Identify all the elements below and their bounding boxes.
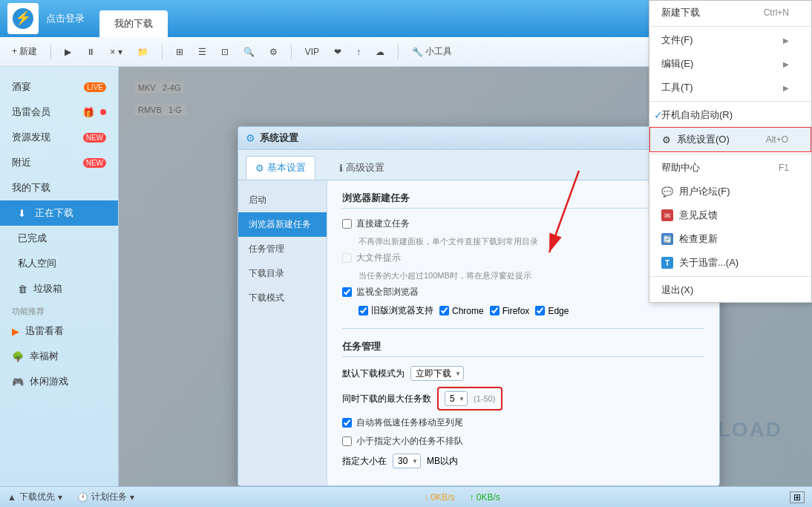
context-menu: 新建下载 Ctrl+N 文件(F) ▶ 编辑(E) ▶ 工具(T) ▶ ✓ 开机…	[649, 0, 812, 303]
size-select[interactable]: 30	[393, 454, 421, 468]
view-grid-button[interactable]: ⊞	[171, 45, 188, 59]
menu-item-tools[interactable]: 工具(T) ▶	[649, 76, 811, 99]
view-detail-button[interactable]: ⊡	[217, 45, 233, 59]
help-shortcut: F1	[779, 163, 789, 173]
sidebar-item-games[interactable]: 🎮 休闲游戏	[0, 369, 118, 394]
scheduled-task-item[interactable]: 🕐 计划任务 ▾	[77, 491, 134, 503]
monitor-all-checkbox[interactable]	[342, 287, 352, 297]
advanced-tab-icon: ℹ	[339, 163, 343, 174]
sidebar-item-downloading[interactable]: ⬇ 正在下载	[0, 200, 118, 226]
jiuze-label: 酒宴	[12, 80, 31, 94]
new-download-button[interactable]: + 新建	[7, 43, 42, 60]
tools-icon: 🔧	[412, 47, 423, 57]
firefox-checkbox[interactable]	[490, 306, 500, 315]
menu-item-forum[interactable]: 💬 用户论坛(F)	[649, 180, 811, 203]
browser-options-row: 旧版浏览器支持 Chrome Firefox	[358, 304, 704, 317]
large-file-checkbox[interactable]	[342, 253, 352, 263]
firefox-check[interactable]: Firefox	[490, 306, 530, 316]
edge-check[interactable]: Edge	[535, 306, 569, 316]
menu-item-settings[interactable]: ⚙ 系统设置(O) Alt+O	[649, 127, 811, 152]
heart-button[interactable]: ❤	[330, 45, 346, 59]
menu-item-help[interactable]: 帮助中心 F1	[649, 156, 811, 180]
delete-button[interactable]: × ▾	[105, 45, 126, 59]
cloud-button[interactable]: ☁	[371, 45, 389, 59]
speed-indicators: ↓ 0KB/s ↑ 0KB/s	[424, 492, 500, 503]
menu-item-exit[interactable]: 退出(X)	[649, 278, 811, 302]
trash-icon: 🗑	[18, 284, 27, 295]
sidebar-item-vip[interactable]: 迅雷会员 🎁	[0, 99, 118, 125]
menu-item-file[interactable]: 文件(F) ▶	[649, 28, 811, 52]
default-mode-select-wrapper: 立即下载	[410, 366, 464, 381]
view-list-button[interactable]: ☰	[194, 45, 211, 59]
toolbar-sep-2	[162, 45, 163, 59]
dialog-tab-bar: ⚙ 基本设置 ℹ 高级设置	[238, 150, 719, 180]
max-tasks-select[interactable]: 5	[445, 391, 468, 406]
search-button[interactable]: 🔍	[239, 45, 259, 59]
dialog-settings-icon: ⚙	[246, 132, 255, 144]
monitor-all-checkbox-label[interactable]: 监视全部浏览器	[342, 286, 419, 298]
tools-arrow: ▶	[783, 84, 789, 92]
down-speed-value: ↓ 0KB/s	[424, 492, 454, 503]
nearby-new-badge: NEW	[83, 158, 106, 168]
auto-move-checkbox[interactable]	[342, 418, 352, 428]
play-button[interactable]: ▶	[60, 45, 76, 59]
menu-item-autostart[interactable]: ✓ 开机自动启动(R)	[649, 103, 811, 127]
autostart-label: 开机自动启动(R)	[661, 108, 733, 122]
old-browser-check[interactable]: 旧版浏览器支持	[358, 304, 433, 317]
old-browser-checkbox[interactable]	[358, 306, 368, 315]
menu-item-update[interactable]: 🔄 检查更新	[649, 227, 811, 251]
edge-label: Edge	[548, 306, 569, 316]
chrome-checkbox[interactable]	[439, 306, 449, 315]
dialog-sidebar-browser[interactable]: 浏览器新建任务	[238, 212, 327, 237]
dialog-tab-basic[interactable]: ⚙ 基本设置	[246, 156, 315, 180]
sidebar-item-completed[interactable]: 已完成	[0, 226, 118, 251]
mydownload-label: 我的下载	[12, 181, 50, 194]
dialog-tab-advanced[interactable]: ℹ 高级设置	[330, 156, 393, 180]
main-tab[interactable]: 我的下载	[99, 10, 168, 37]
settings-dialog: ⚙ 系统设置 ─ × ⚙ 基本设置 ℹ 高级设置	[238, 126, 720, 486]
folder-button[interactable]: 📁	[133, 45, 153, 59]
sidebar-item-jiuze[interactable]: 酒宴 LIVE	[0, 74, 118, 99]
menu-item-edit[interactable]: 编辑(E) ▶	[649, 52, 811, 76]
direct-task-checkbox[interactable]	[342, 219, 352, 229]
menu-item-about[interactable]: T 关于迅雷...(A)	[649, 251, 811, 275]
exclude-small-label[interactable]: 小于指定大小的任务不排队	[342, 435, 463, 448]
sidebar-item-resource[interactable]: 资源发现 NEW	[0, 125, 118, 150]
dialog-sidebar-directory[interactable]: 下载目录	[238, 261, 327, 286]
sidebar-item-lucky-tree[interactable]: 🌳 幸福树	[0, 344, 118, 369]
large-file-checkbox-label[interactable]: 大文件提示	[342, 252, 401, 264]
auto-move-row: 自动将低速任务移动至列尾	[342, 416, 704, 429]
sidebar-item-nearby[interactable]: 附近 NEW	[0, 150, 118, 175]
forum-label: 用户论坛(F)	[679, 185, 730, 198]
pause-button[interactable]: ⏸	[82, 45, 99, 59]
watch-label: 迅雷看看	[25, 324, 64, 338]
dialog-sidebar-task[interactable]: 任务管理	[238, 237, 327, 261]
file-label: 文件(F)	[661, 33, 693, 47]
edge-checkbox[interactable]	[535, 306, 545, 315]
exclude-small-checkbox[interactable]	[342, 436, 352, 446]
arrow-up-button[interactable]: ↑	[352, 45, 365, 59]
exclude-small-row: 小于指定大小的任务不排队	[342, 435, 704, 448]
sidebar-item-private[interactable]: 私人空间	[0, 251, 118, 276]
direct-task-checkbox-label[interactable]: 直接建立任务	[342, 217, 410, 230]
sidebar-item-mydownload[interactable]: 我的下载	[0, 175, 118, 200]
max-tasks-select-wrapper: 5	[445, 391, 468, 406]
layout-toggle-button[interactable]: ⊞	[790, 491, 805, 503]
app-window: ⚡ 点击登录 我的下载 + 新建 ▶ ⏸ × ▾ 📁 ⊞ ☰ ⊡ 🔍 ⚙ VIP…	[0, 0, 812, 507]
menu-sep-4	[649, 276, 811, 277]
lucky-tree-label: 幸福树	[30, 350, 59, 363]
settings-button[interactable]: ⚙	[265, 45, 282, 59]
dialog-sidebar-startup[interactable]: 启动	[238, 188, 327, 212]
vip-button[interactable]: VIP	[301, 45, 324, 59]
sidebar-item-xunlei-watch[interactable]: ▶ 迅雷看看	[0, 318, 118, 344]
chrome-check[interactable]: Chrome	[439, 306, 484, 316]
tools-button[interactable]: 🔧 小工具	[407, 43, 456, 60]
menu-item-feedback[interactable]: ✉ 意见反馈	[649, 203, 811, 227]
sidebar-item-trash[interactable]: 🗑 垃圾箱	[0, 276, 118, 301]
default-mode-select[interactable]: 立即下载	[410, 366, 464, 381]
dialog-sidebar-dlmode[interactable]: 下载模式	[238, 286, 327, 310]
download-priority-item[interactable]: ▲ 下载优先 ▾	[7, 491, 62, 503]
login-button[interactable]: 点击登录	[46, 12, 85, 25]
menu-item-new-download[interactable]: 新建下载 Ctrl+N	[649, 1, 811, 24]
auto-move-label[interactable]: 自动将低速任务移动至列尾	[342, 416, 463, 429]
